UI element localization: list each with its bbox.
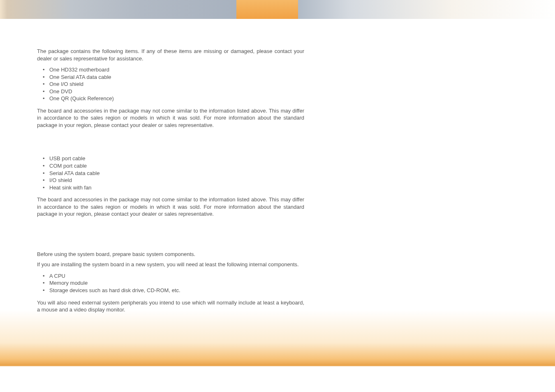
header-right-block <box>298 0 555 19</box>
list-item: Serial ATA data cable <box>43 170 304 177</box>
list-item: One Serial ATA data cable <box>43 74 304 81</box>
list-item: Storage devices such as hard disk drive,… <box>43 287 304 294</box>
header-active-tab <box>236 0 298 19</box>
accessories-items-list: USB port cable COM port cable Serial ATA… <box>37 155 304 191</box>
list-item: USB port cable <box>43 155 304 162</box>
header-bar <box>0 0 555 19</box>
package-items-list: One HD332 motherboard One Serial ATA dat… <box>37 66 304 102</box>
components-list: A CPU Memory module Storage devices such… <box>37 272 304 294</box>
package-intro-paragraph: The package contains the following items… <box>37 48 304 62</box>
list-item: One HD332 motherboard <box>43 66 304 74</box>
list-item: One QR (Quick Reference) <box>43 95 304 102</box>
list-item: One I/O shield <box>43 81 304 88</box>
list-item: I/O shield <box>43 177 304 184</box>
footer-gradient <box>0 310 555 392</box>
peripherals-paragraph: You will also need external system perip… <box>37 299 304 314</box>
accessories-disclaimer-paragraph: The board and accessories in the package… <box>37 196 304 218</box>
list-item: Memory module <box>43 279 304 287</box>
header-left-block <box>0 0 236 19</box>
components-needed-paragraph: If you are installing the system board i… <box>37 261 304 268</box>
list-item: Heat sink with fan <box>43 184 304 191</box>
package-disclaimer-paragraph: The board and accessories in the package… <box>37 107 304 129</box>
list-item: One DVD <box>43 88 304 95</box>
before-use-paragraph: Before using the system board, prepare b… <box>37 251 304 258</box>
page-content: The package contains the following items… <box>0 19 341 314</box>
list-item: A CPU <box>43 272 304 280</box>
list-item: COM port cable <box>43 162 304 170</box>
